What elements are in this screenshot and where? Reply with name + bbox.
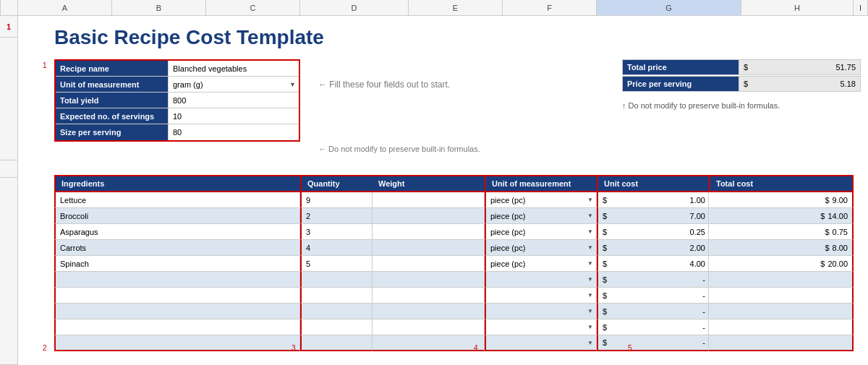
no-modify-bottom-left: ← Do not modify to preserve built-in for… [318,145,480,153]
cell-quantity[interactable]: 3 [300,224,373,240]
cell-uom[interactable]: piece (pc) [485,192,597,208]
cell-totalcost[interactable]: $ 20.00 [709,256,854,272]
col-header-i: I [854,0,868,15]
cell-ingredient[interactable] [54,319,300,335]
cell-uom[interactable]: piece (pc) [485,224,597,240]
total-price-row: Total price $ 51.75 [622,59,861,75]
cell-weight[interactable] [373,240,485,256]
cell-unitcost[interactable]: $ - [597,335,709,351]
cell-quantity[interactable] [300,288,373,304]
table-body: Lettuce 9 piece (pc) $ 1.00 $ 9.00 Brocc… [54,192,854,351]
col-header-d: D [300,0,409,15]
info-row-size: Size per serving 80 [56,124,299,140]
cell-weight[interactable] [373,272,485,288]
cell-weight[interactable] [373,256,485,272]
price-per-serving-value: 5.18 [759,77,860,91]
cell-weight[interactable] [373,319,485,335]
cell-ingredient[interactable] [54,304,300,319]
cell-weight[interactable] [373,224,485,240]
cell-unitcost[interactable]: $ 7.00 [597,208,709,224]
cell-unitcost[interactable]: $ - [597,319,709,335]
col-header-weight: Weight [373,175,485,192]
info-box: Recipe name Blanched vegetables Unit of … [54,59,300,142]
col-header-c: C [206,0,300,15]
cell-uom[interactable]: piece (pc) [485,240,597,256]
cell-quantity[interactable]: 5 [300,256,373,272]
cell-ingredient[interactable]: Lettuce [54,192,300,208]
table-header: Ingredients Quantity Weight Unit of meas… [54,175,854,192]
column-headers: A B C D E F G H I [0,0,868,16]
cell-quantity[interactable] [300,272,373,288]
cell-totalcost[interactable]: $ 0.75 [709,224,854,240]
col-header-e: E [409,0,503,15]
marker-1: 1 [43,61,47,69]
col-header-quantity: Quantity [300,175,373,192]
info-row-unit: Unit of measurement gram (g) [56,77,299,93]
cell-totalcost[interactable] [709,288,854,304]
cell-uom[interactable]: piece (pc) [485,208,597,224]
cell-unitcost[interactable]: $ 0.25 [597,224,709,240]
info-value-unit[interactable]: gram (g) [168,77,299,92]
cell-quantity[interactable] [300,335,373,351]
cell-ingredient[interactable]: Spinach [54,256,300,272]
table-row: $ - [54,272,854,288]
cell-totalcost[interactable] [709,272,854,288]
table-row: Broccoli 2 piece (pc) $ 7.00 $ 14.00 [54,208,854,224]
fill-text: ← Fill these four fields out to start. [318,80,450,90]
col-header-a: A [18,0,112,15]
cell-weight[interactable] [373,288,485,304]
ingredients-table: Ingredients Quantity Weight Unit of meas… [54,175,854,354]
cell-ingredient[interactable]: Broccoli [54,208,300,224]
cell-unitcost[interactable]: $ - [597,304,709,319]
cell-uom[interactable]: piece (pc) [485,256,597,272]
cell-ingredient[interactable]: Asparagus [54,224,300,240]
cell-uom[interactable] [485,272,597,288]
cell-unitcost[interactable]: $ - [597,288,709,304]
cell-weight[interactable] [373,192,485,208]
cell-uom[interactable] [485,319,597,335]
cell-ingredient[interactable]: Carrots [54,240,300,256]
cell-quantity[interactable]: 2 [300,208,373,224]
col-header-totalcost: Total cost [709,175,854,192]
cell-totalcost[interactable] [709,319,854,335]
cell-ingredient[interactable] [54,272,300,288]
col-header-unitcost: Unit cost [597,175,709,192]
content-area: Basic Recipe Cost Template 1 Recipe name… [18,16,868,365]
cell-quantity[interactable]: 4 [300,240,373,256]
info-row-yield: Total yield 800 [56,93,299,108]
cell-weight[interactable] [373,208,485,224]
cell-unitcost[interactable]: $ 4.00 [597,256,709,272]
page-title: Basic Recipe Cost Template [54,26,324,49]
row-numbers: 1 [0,16,18,365]
col-header-ingredients: Ingredients [54,175,300,192]
cell-totalcost[interactable]: $ 9.00 [709,192,854,208]
cell-totalcost[interactable] [709,335,854,351]
cell-quantity[interactable] [300,304,373,319]
info-value-recipe-name[interactable]: Blanched vegetables [168,61,299,76]
total-price-value: 51.75 [759,60,860,74]
cell-weight[interactable] [373,335,485,351]
marker-3: 3 [292,344,296,352]
cell-uom[interactable] [485,304,597,319]
cell-quantity[interactable]: 9 [300,192,373,208]
table-row: Spinach 5 piece (pc) $ 4.00 $ 20.00 [54,256,854,272]
cell-ingredient[interactable] [54,335,300,351]
cell-unitcost[interactable]: $ - [597,272,709,288]
info-value-size[interactable]: 80 [168,124,299,140]
info-label-yield: Total yield [56,93,168,108]
cell-unitcost[interactable]: $ 1.00 [597,192,709,208]
info-value-yield[interactable]: 800 [168,93,299,108]
cell-totalcost[interactable] [709,304,854,319]
cell-ingredient[interactable] [54,288,300,304]
cell-totalcost[interactable]: $ 14.00 [709,208,854,224]
cell-totalcost[interactable]: $ 8.00 [709,240,854,256]
info-value-servings[interactable]: 10 [168,108,299,124]
cell-weight[interactable] [373,304,485,319]
cell-quantity[interactable] [300,319,373,335]
cell-uom[interactable] [485,335,597,351]
cell-uom[interactable] [485,288,597,304]
table-row: $ - [54,319,854,335]
info-label-servings: Expected no. of servings [56,108,168,124]
row-num-blank1 [0,38,17,160]
cell-unitcost[interactable]: $ 2.00 [597,240,709,256]
